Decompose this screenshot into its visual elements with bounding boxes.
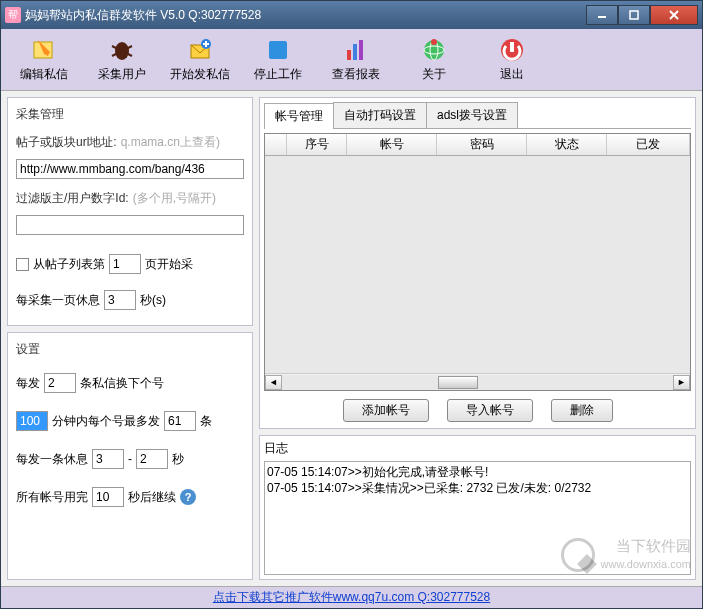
delete-button[interactable]: 删除 — [551, 399, 613, 422]
maximize-button[interactable] — [618, 5, 650, 25]
table-body — [265, 156, 690, 373]
svg-point-5 — [115, 42, 129, 60]
bug-icon — [108, 36, 136, 64]
svg-rect-12 — [269, 41, 287, 59]
maxsend-min-input[interactable] — [16, 411, 48, 431]
col-header: 状态 — [527, 134, 607, 155]
rest-prefix: 每采集一页休息 — [16, 289, 100, 311]
globe-icon — [420, 36, 448, 64]
collect-panel: 采集管理 帖子或版块url地址: q.mama.cn上查看) 过滤版主/用户数字… — [7, 97, 253, 326]
h-scrollbar[interactable]: ◄ ► — [265, 373, 690, 390]
svg-rect-14 — [353, 44, 357, 60]
statusbar: 点击下载其它推广软件www.qq7u.com Q:302777528 — [1, 586, 702, 608]
startpage-prefix: 从帖子列表第 — [33, 253, 105, 275]
col-header: 帐号 — [347, 134, 437, 155]
rest2-to-input[interactable] — [136, 449, 168, 469]
rest2-dash: - — [128, 448, 132, 470]
toolbar-label: 开始发私信 — [170, 66, 230, 83]
send-icon — [186, 36, 214, 64]
perswitch-prefix: 每发 — [16, 372, 40, 394]
window-title: 妈妈帮站内私信群发软件 V5.0 Q:302777528 — [25, 7, 586, 24]
startpage-input[interactable] — [109, 254, 141, 274]
col-header — [265, 134, 287, 155]
stop-icon — [264, 36, 292, 64]
col-header: 已发 — [607, 134, 690, 155]
tab-container: 帐号管理自动打码设置adsl拨号设置 序号帐号密码状态已发 ◄ ► 添加帐号 导… — [259, 97, 696, 429]
svg-rect-21 — [510, 42, 514, 52]
chart-icon — [342, 36, 370, 64]
toolbar-globe-button[interactable]: 关于 — [395, 31, 473, 88]
filter-hint: (多个用,号隔开) — [133, 187, 216, 209]
maxsend-input[interactable] — [164, 411, 196, 431]
import-account-button[interactable]: 导入帐号 — [447, 399, 533, 422]
collect-title: 采集管理 — [16, 106, 244, 123]
tab-2[interactable]: adsl拨号设置 — [426, 102, 518, 128]
add-account-button[interactable]: 添加帐号 — [343, 399, 429, 422]
tabstrip: 帐号管理自动打码设置adsl拨号设置 — [264, 102, 691, 129]
toolbar-label: 停止工作 — [254, 66, 302, 83]
maxsend-suffix: 条 — [200, 410, 212, 432]
scroll-right-icon[interactable]: ► — [673, 375, 690, 390]
url-hint: q.mama.cn上查看) — [121, 131, 220, 153]
allused-suffix: 秒后继续 — [128, 486, 176, 508]
rest2-from-input[interactable] — [92, 449, 124, 469]
minimize-button[interactable] — [586, 5, 618, 25]
toolbar-stop-button[interactable]: 停止工作 — [239, 31, 317, 88]
rest2-prefix: 每发一条休息 — [16, 448, 88, 470]
rest-input[interactable] — [104, 290, 136, 310]
perswitch-input[interactable] — [44, 373, 76, 393]
filter-input[interactable] — [16, 215, 244, 235]
footer-link[interactable]: 点击下载其它推广软件www.qq7u.com Q:302777528 — [213, 589, 490, 606]
toolbar-edit-button[interactable]: 编辑私信 — [5, 31, 83, 88]
tab-0[interactable]: 帐号管理 — [264, 103, 334, 129]
log-line: 07-05 15:14:07>>初始化完成,请登录帐号! — [267, 464, 688, 480]
toolbar-bug-button[interactable]: 采集用户 — [83, 31, 161, 88]
rest2-suffix: 秒 — [172, 448, 184, 470]
toolbar-label: 编辑私信 — [20, 66, 68, 83]
startpage-suffix: 页开始采 — [145, 253, 193, 275]
titlebar: 帮 妈妈帮站内私信群发软件 V5.0 Q:302777528 — [1, 1, 702, 29]
settings-title: 设置 — [16, 341, 244, 358]
svg-rect-13 — [347, 50, 351, 60]
settings-panel: 设置 每发 条私信换下个号 分钟内每个号最多发 条 每发一条休息 — [7, 332, 253, 580]
col-header: 密码 — [437, 134, 527, 155]
scroll-thumb[interactable] — [438, 376, 478, 389]
url-label: 帖子或版块url地址: — [16, 131, 117, 153]
scroll-left-icon[interactable]: ◄ — [265, 375, 282, 390]
account-table: 序号帐号密码状态已发 ◄ ► — [264, 133, 691, 391]
exit-icon — [498, 36, 526, 64]
app-icon: 帮 — [5, 7, 21, 23]
perswitch-suffix: 条私信换下个号 — [80, 372, 164, 394]
allused-prefix: 所有帐号用完 — [16, 486, 88, 508]
svg-rect-15 — [359, 40, 363, 60]
maxsend-mid: 分钟内每个号最多发 — [52, 410, 160, 432]
edit-icon — [30, 36, 58, 64]
allused-input[interactable] — [92, 487, 124, 507]
toolbar-label: 采集用户 — [98, 66, 146, 83]
startpage-checkbox[interactable] — [16, 258, 29, 271]
toolbar-label: 查看报表 — [332, 66, 380, 83]
log-panel: 日志 07-05 15:14:07>>初始化完成,请登录帐号!07-05 15:… — [259, 435, 696, 580]
col-header: 序号 — [287, 134, 347, 155]
svg-point-19 — [431, 39, 437, 45]
log-line: 07-05 15:14:07>>采集情况>>已采集: 2732 已发/未发: 0… — [267, 480, 688, 496]
log-box: 07-05 15:14:07>>初始化完成,请登录帐号!07-05 15:14:… — [264, 461, 691, 575]
filter-label: 过滤版主/用户数字Id: — [16, 187, 129, 209]
toolbar-exit-button[interactable]: 退出 — [473, 31, 551, 88]
toolbar-send-button[interactable]: 开始发私信 — [161, 31, 239, 88]
svg-rect-1 — [630, 11, 638, 19]
help-icon[interactable]: ? — [180, 489, 196, 505]
toolbar-label: 关于 — [422, 66, 446, 83]
toolbar-chart-button[interactable]: 查看报表 — [317, 31, 395, 88]
toolbar: 编辑私信采集用户开始发私信停止工作查看报表关于退出 — [1, 29, 702, 91]
rest-suffix: 秒(s) — [140, 289, 166, 311]
url-input[interactable] — [16, 159, 244, 179]
tab-1[interactable]: 自动打码设置 — [333, 102, 427, 128]
toolbar-label: 退出 — [500, 66, 524, 83]
close-button[interactable] — [650, 5, 698, 25]
log-title: 日志 — [264, 440, 691, 457]
